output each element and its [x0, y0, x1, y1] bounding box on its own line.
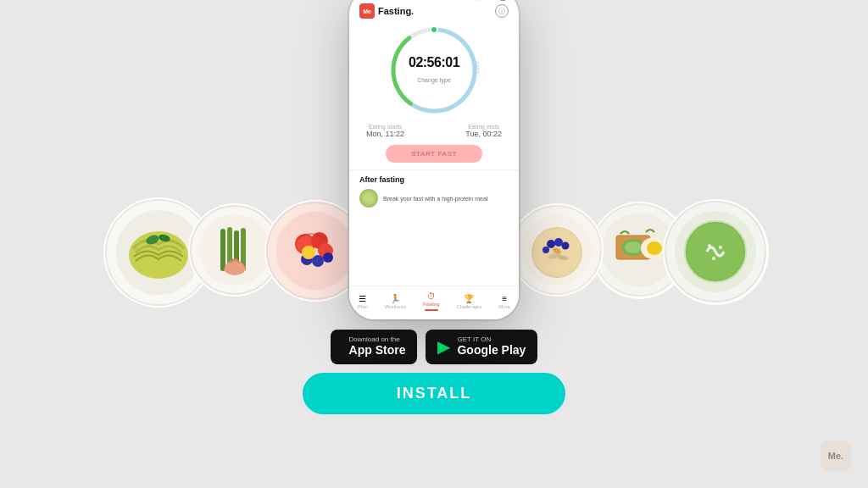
svg-point-34 — [719, 246, 722, 249]
fasting-icon: ⏱ — [427, 291, 436, 301]
start-fast-button[interactable]: START FAST — [386, 145, 482, 163]
nav-label-fasting: Fasting — [423, 302, 440, 307]
eating-starts-block: Eating starts Mon, 11:22 — [366, 124, 404, 138]
app-name: Fasting. — [378, 6, 414, 16]
google-play-sub: GET IT ON — [457, 336, 526, 343]
svg-point-35 — [712, 257, 715, 260]
eating-starts-label: Eating starts — [366, 124, 404, 130]
bottom-nav: ☰ Plan 🏃 Workouts ⏱ Fasting 🏆 Challenges — [349, 286, 519, 319]
meal-suggestion: Break your fast with a high-protein meal — [359, 189, 509, 208]
app-header: Me Fasting. ⓘ — [349, 0, 519, 19]
app-store-button[interactable]: Download on the App Store — [331, 330, 418, 364]
eating-times: Eating starts Mon, 11:22 Eating ends Tue… — [349, 124, 519, 138]
nav-item-challenges[interactable]: 🏆 Challenges — [456, 294, 481, 309]
nav-item-workouts[interactable]: 🏃 Workouts — [385, 294, 406, 309]
me-logo: Me. — [821, 441, 851, 471]
meal-icon — [359, 189, 378, 208]
more-icon: ≡ — [502, 294, 507, 303]
meal-text: Break your fast with a high-protein meal — [383, 195, 487, 202]
nav-label-workouts: Workouts — [385, 304, 406, 309]
logo-icon: Me — [359, 3, 375, 19]
svg-rect-7 — [220, 229, 225, 271]
google-play-text: GET IT ON Google Play — [457, 336, 526, 358]
google-play-icon: ▶ — [437, 336, 450, 357]
svg-point-33 — [708, 244, 711, 247]
svg-point-28 — [647, 241, 662, 255]
workouts-icon: 🏃 — [390, 294, 400, 303]
app-logo: Me Fasting. — [359, 3, 414, 19]
svg-point-26 — [625, 241, 642, 253]
timer-display: 02:56:01 — [409, 55, 459, 70]
phone-screen: 9:41 ▌▌▌ 📶 ▓ Me Fasting. ⓘ — [349, 0, 519, 319]
app-store-main: App Store — [349, 343, 406, 358]
nav-active-indicator — [425, 309, 438, 311]
fast-label: FAST — [474, 62, 479, 75]
nav-item-fasting[interactable]: ⏱ Fasting — [423, 291, 440, 311]
plate-soup — [663, 199, 769, 305]
timer-dot — [430, 25, 438, 34]
nav-item-plan[interactable]: ☰ Plan — [358, 294, 368, 309]
eating-ends-block: Eating ends Tue, 00:22 — [465, 124, 502, 138]
install-button[interactable]: INSTALL — [303, 373, 565, 414]
timer-text: 02:56:01 Change type — [409, 55, 459, 86]
nav-label-challenges: Challenges — [456, 304, 481, 309]
store-buttons-container: Download on the App Store ▶ GET IT ON Go… — [331, 330, 538, 364]
google-play-button[interactable]: ▶ GET IT ON Google Play — [426, 330, 537, 364]
nav-item-more[interactable]: ≡ More — [498, 294, 510, 309]
logo-text: Me — [363, 8, 371, 14]
app-store-sub: Download on the — [349, 336, 406, 343]
change-type-button[interactable]: Change type — [417, 77, 451, 83]
plan-icon: ☰ — [359, 294, 366, 303]
nav-label-more: More — [498, 304, 510, 309]
eating-ends-value: Tue, 00:22 — [465, 130, 502, 138]
after-fasting-section: After fasting Break your fast with a hig… — [349, 169, 519, 211]
app-store-text: Download on the App Store — [349, 336, 406, 358]
after-fasting-title: After fasting — [359, 175, 509, 184]
bottom-section: Download on the App Store ▶ GET IT ON Go… — [303, 330, 565, 414]
phone-mockup: 9:41 ▌▌▌ 📶 ▓ Me Fasting. ⓘ — [349, 0, 519, 319]
nav-label-plan: Plan — [358, 304, 368, 309]
eating-starts-value: Mon, 11:22 — [366, 130, 404, 138]
info-icon[interactable]: ⓘ — [495, 4, 509, 18]
timer-section: 02:56:01 Change type FAST — [349, 19, 519, 120]
eating-ends-label: Eating ends — [465, 124, 502, 130]
timer-circle: 02:56:01 Change type — [387, 24, 481, 117]
google-play-main: Google Play — [457, 343, 526, 358]
challenges-icon: 🏆 — [464, 294, 474, 303]
